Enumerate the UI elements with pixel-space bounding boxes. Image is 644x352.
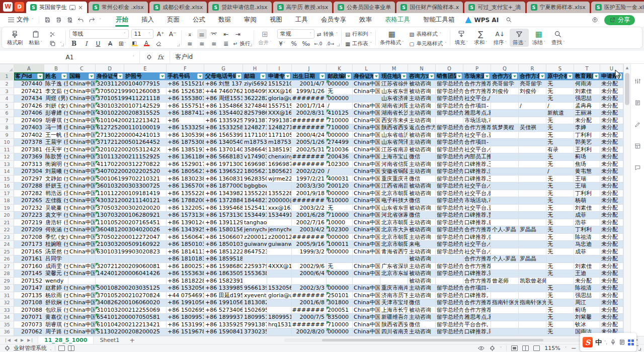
cell-Q34[interactable]	[491, 314, 519, 321]
cell-O12[interactable]: 留学总经办	[436, 153, 463, 161]
cell-U5[interactable]: 未分配	[600, 103, 623, 110]
cell-M8[interactable]: 陕西省西安	[380, 124, 408, 132]
cell-N23[interactable]: 主动咨询	[408, 234, 436, 241]
column-header-H[interactable]: H	[243, 64, 267, 73]
formula-input[interactable]: 客户id	[170, 51, 193, 63]
cell-U3[interactable]: 未分配	[600, 88, 623, 96]
sogou-logo[interactable]: S	[583, 337, 593, 347]
cell-M31[interactable]: 济南市历下	[380, 292, 408, 300]
cell-Q22[interactable]: 个人-罗晶	[491, 226, 519, 234]
cell-L24[interactable]: China中国	[353, 241, 380, 248]
cell-L29[interactable]	[353, 278, 380, 285]
cell-J15[interactable]: 1997/2/21	[292, 175, 327, 183]
cell-G31[interactable]: +86 田延d19544	[204, 292, 243, 300]
file-tab[interactable]: S贷款申请信息.xlsx	[208, 2, 271, 13]
cell-A2[interactable]: 207440	[14, 80, 44, 88]
share-button[interactable]: 分享	[604, 15, 635, 25]
cell-A17[interactable]: 207282	[14, 190, 44, 198]
cell-J33[interactable]: ########	[292, 307, 327, 314]
cell-K36[interactable]: 000000	[327, 328, 353, 336]
cell-H27[interactable]: 225937947	[243, 263, 267, 271]
file-tab[interactable]: S常州公积金 .xlsx	[89, 2, 148, 13]
normal-view-icon[interactable]	[511, 345, 518, 351]
cell-G22[interactable]: +86 1580156591	[204, 226, 243, 234]
cell-D24[interactable]: 210303200509160922	[96, 241, 167, 248]
cell-Q25[interactable]	[491, 248, 519, 256]
cell-C11[interactable]: China中国	[68, 146, 96, 154]
cell-T2[interactable]: 何雨涛	[574, 80, 600, 88]
add-sheet-button[interactable]: +	[125, 336, 139, 344]
cell-F17[interactable]: +86 13552283	[167, 190, 204, 198]
cell-M28[interactable]: 北京市东城	[380, 270, 408, 278]
cell-F25[interactable]: +86 18141137	[167, 248, 204, 256]
column-header-N[interactable]: N	[408, 64, 436, 73]
cell-J14[interactable]: 2002/2/20	[292, 168, 327, 175]
cell-Q28[interactable]	[491, 270, 519, 278]
cell-L21[interactable]: China中国	[353, 219, 380, 227]
sheet-tab-Sheet1[interactable]: Sheet1	[94, 336, 125, 344]
thousands-button[interactable]: ‰	[301, 39, 311, 48]
cell-D15[interactable]: 500106199702210321	[96, 175, 167, 183]
cell-A11[interactable]: 207381	[14, 146, 44, 154]
cell-K29[interactable]	[327, 278, 353, 285]
cell-U26[interactable]: 未分配	[600, 255, 623, 263]
cell-N36[interactable]: 主动咨询	[408, 328, 436, 336]
cell-L16[interactable]: China中国	[353, 183, 380, 190]
cell-Q26[interactable]: 个人-罗晶	[491, 255, 519, 263]
cell-O19[interactable]: 留学总经办	[436, 205, 463, 212]
cell-J32[interactable]: 2001/6/8	[292, 299, 327, 307]
locate-icon[interactable]	[489, 345, 496, 351]
cell-H15[interactable]: 962835011	[243, 175, 267, 183]
cell-I4[interactable]: gloria@uk	[267, 95, 292, 103]
cell-H36[interactable]: 373023525	[243, 328, 267, 336]
header-cell-U[interactable]: 申请顾	[600, 72, 623, 80]
eraser-icon[interactable]	[154, 39, 164, 48]
cell-P9[interactable]: 社交平台,豆	[463, 132, 491, 139]
cell-S35[interactable]: 无	[546, 321, 574, 329]
cell-O9[interactable]: 留学总经办	[436, 132, 463, 139]
cell-O36[interactable]: 留学总经办	[436, 328, 463, 336]
cell-M13[interactable]: 河南省信阳	[380, 161, 408, 168]
cell-M32[interactable]: 天津市宝坻	[380, 299, 408, 307]
filter-dropdown-icon[interactable]	[539, 73, 545, 79]
cell-K32[interactable]: 301800	[327, 299, 353, 307]
cell-B13[interactable]: 衡琬明 (女	[44, 161, 68, 168]
cell-S9[interactable]: 无	[546, 132, 574, 139]
column-header-F[interactable]: F	[167, 64, 204, 73]
cell-H9[interactable]: 117110505	[243, 132, 267, 139]
cell-D23[interactable]: 370502200012272047	[96, 234, 167, 241]
cell-C30[interactable]: China中国	[68, 285, 96, 292]
cell-L26[interactable]	[353, 255, 380, 263]
cell-L32[interactable]: China中国	[353, 299, 380, 307]
align-bottom-icon[interactable]: ⌤	[209, 29, 219, 39]
cell-O4[interactable]: 留学总经办	[436, 95, 463, 103]
cell-I9[interactable]: 117110505	[267, 132, 292, 139]
cell-G6[interactable]: +86 1354402198	[204, 110, 243, 117]
header-cell-J[interactable]: 出生日期	[292, 72, 327, 80]
cell-U10[interactable]: 未分配	[600, 139, 623, 146]
row-number[interactable]: 12	[0, 153, 14, 161]
cell-G36[interactable]: +86 1590841990	[204, 328, 243, 336]
cell-B4[interactable]: 周煜 (男)	[44, 95, 68, 103]
cell-O2[interactable]: 留学总经办	[436, 80, 463, 88]
cell-G9[interactable]: +86 1565399710	[204, 132, 243, 139]
file-tab[interactable]: S医护五险一金.xlsx	[591, 2, 644, 13]
menu-tab-审阅[interactable]: 审阅	[237, 13, 263, 27]
cell-A28[interactable]: 207145	[14, 270, 44, 278]
cell-Q18[interactable]	[491, 197, 519, 205]
cell-S10[interactable]: 无	[546, 139, 574, 146]
sort-button[interactable]: A↓ 排序˅	[490, 29, 510, 47]
cell-D30[interactable]: 500108200203035125	[96, 285, 167, 292]
cell-I23[interactable]: z20001227	[267, 234, 292, 241]
cell-M19[interactable]: 山东省东营	[380, 205, 408, 212]
cell-P7[interactable]: 市场活动,市	[463, 117, 491, 125]
cell-H33[interactable]: 150269534	[243, 307, 267, 314]
cell-B6[interactable]: 彭睿婧 (女	[44, 110, 68, 117]
rows-cols-button[interactable]: ▤行和列˅	[345, 29, 372, 39]
cell-A13[interactable]: 207313	[14, 161, 44, 168]
cell-S11[interactable]: 有录	[546, 146, 574, 154]
column-header-L[interactable]: L	[353, 64, 380, 73]
panel-toggle-icon[interactable]	[634, 78, 641, 84]
cell-G11[interactable]: +86 1370140948	[204, 146, 243, 154]
cell-P20[interactable]: 口碑推荐,贾	[463, 212, 491, 219]
